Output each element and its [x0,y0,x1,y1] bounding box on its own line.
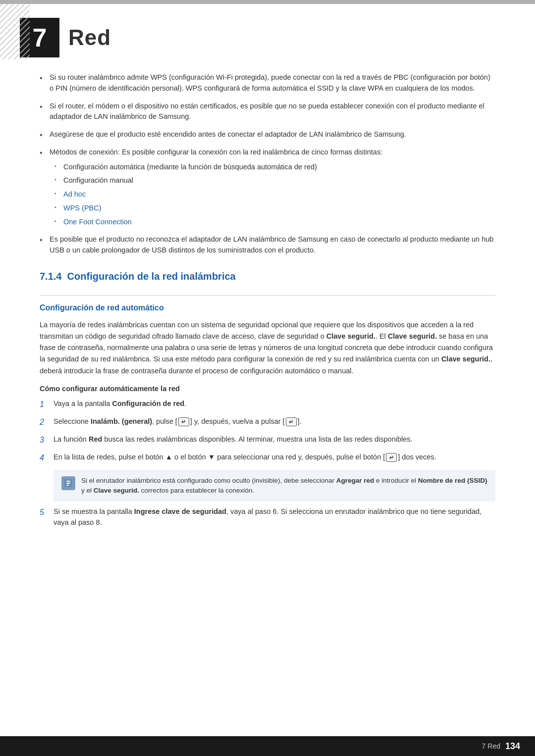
section-heading-714: 7.1.4 Configuración de la red inalámbric… [40,271,495,285]
sub-text-adhoc: Ad hoc [63,190,86,198]
note-icon [61,476,75,490]
bullet-item-methods: Métodos de conexión: Es posible configur… [40,147,495,228]
step-content-3: La función Red busca las redes inalámbri… [54,434,495,445]
sub-item-adhoc: Ad hoc [54,189,495,200]
sub-item-auto: Configuración automática (mediante la fu… [54,162,495,173]
step-4: 4 En la lista de redes, pulse el botón ▲… [40,452,495,464]
bold-config-red: Configuración de red [112,400,184,407]
sub-text-onefoot: One Foot Connection [63,218,132,226]
step-content-1: Vaya a la pantalla Configuración de red. [54,399,495,409]
step-2: 2 Seleccione Inalámb. (general), pulse [… [40,416,495,428]
methods-sub-list: Configuración automática (mediante la fu… [54,162,495,228]
footer-bar: 7 Red 134 [0,736,535,756]
step-number-3: 3 [40,434,54,446]
bold-clave-1: Clave segurid. [326,332,375,340]
bold-red: Red [89,435,102,443]
chapter-number: 7 [33,25,47,50]
bold-clave-3: Clave segurid. [441,355,490,363]
svg-rect-1 [0,0,30,59]
steps-heading: Cómo configurar automáticamente la red [40,385,495,393]
body-paragraph: La mayoría de redes inalámbricas cuentan… [40,319,495,377]
bullet-item-wps: Si su router inalámbrico admite WPS (con… [40,72,495,94]
step-content-5: Si se muestra la pantalla Ingrese clave … [54,506,495,528]
note-box: Si el enrutador inalámbrico está configu… [54,470,495,502]
step-content-2: Seleccione Inalámb. (general), pulse [↵]… [54,416,495,427]
step-5: 5 Si se muestra la pantalla Ingrese clav… [40,506,495,528]
sub-item-wps-pbc: WPS (PBC) [54,203,495,214]
step-number-2: 2 [40,416,54,428]
section-title: Configuración de la red inalámbrica [67,271,236,282]
decorative-pattern [0,0,30,59]
svg-rect-3 [66,481,70,482]
main-content: Si su router inalámbrico admite WPS (con… [0,62,535,554]
chapter-header: 7 Red [0,4,535,62]
sub-item-onefoot: One Foot Connection [54,217,495,228]
intro-bullet-list: Si su router inalámbrico admite WPS (con… [40,72,495,256]
subsection-heading: Configuración de red automático [40,303,495,312]
bold-inalmb: Inalámb. (general) [91,417,152,425]
sub-text-manual: Configuración manual [63,176,133,184]
sub-text-auto: Configuración automática (mediante la fu… [63,163,317,171]
bold-clave-segurid-note: Clave segurid. [94,487,139,494]
key-enter-2: ↵ [286,417,297,426]
section-id: 7.1.4 [40,271,67,282]
bold-ingrese-clave: Ingrese clave de seguridad [134,507,226,515]
bullet-item-usb: Es posible que el producto no reconozca … [40,234,495,256]
bullet-text-cert: Si el router, el módem o el dispositivo … [50,102,484,121]
note-icon-svg [63,478,73,488]
chapter-title: Red [68,25,111,50]
section-divider [40,295,495,296]
svg-rect-4 [66,483,70,484]
sub-item-manual: Configuración manual [54,175,495,186]
bullet-text-usb: Es posible que el producto no reconozca … [50,235,493,254]
footer-label: 7 Red [482,742,500,750]
bold-clave-2: Clave segurid. [388,332,437,340]
footer-page-number: 134 [505,741,520,752]
step-3: 3 La función Red busca las redes inalámb… [40,434,495,446]
svg-rect-5 [66,485,69,486]
note-text: Si el enrutador inalámbrico está configu… [81,476,487,496]
bullet-item-power: Asegúrese de que el producto esté encend… [40,129,495,140]
sub-text-wps-pbc: WPS (PBC) [63,204,102,212]
step-number-4: 4 [40,452,54,464]
step-number-1: 1 [40,399,54,410]
top-stripe [0,0,535,4]
numbered-steps-list: 1 Vaya a la pantalla Configuración de re… [40,399,495,464]
numbered-steps-list-2: 5 Si se muestra la pantalla Ingrese clav… [40,506,495,528]
bold-agregar-red: Agregar red [336,477,374,484]
key-enter-1: ↵ [178,417,189,426]
bullet-text-methods: Métodos de conexión: Es posible configur… [50,148,382,156]
bullet-text-power: Asegúrese de que el producto esté encend… [50,130,406,138]
bullet-item-cert: Si el router, el módem o el dispositivo … [40,101,495,123]
step-content-4: En la lista de redes, pulse el botón ▲ o… [54,452,495,463]
step-number-5: 5 [40,506,54,518]
bullet-text-wps: Si su router inalámbrico admite WPS (con… [50,73,490,92]
key-enter-3: ↵ [386,453,397,462]
bold-nombre-ssid: Nombre de red (SSID) [418,477,487,484]
step-1: 1 Vaya a la pantalla Configuración de re… [40,399,495,410]
